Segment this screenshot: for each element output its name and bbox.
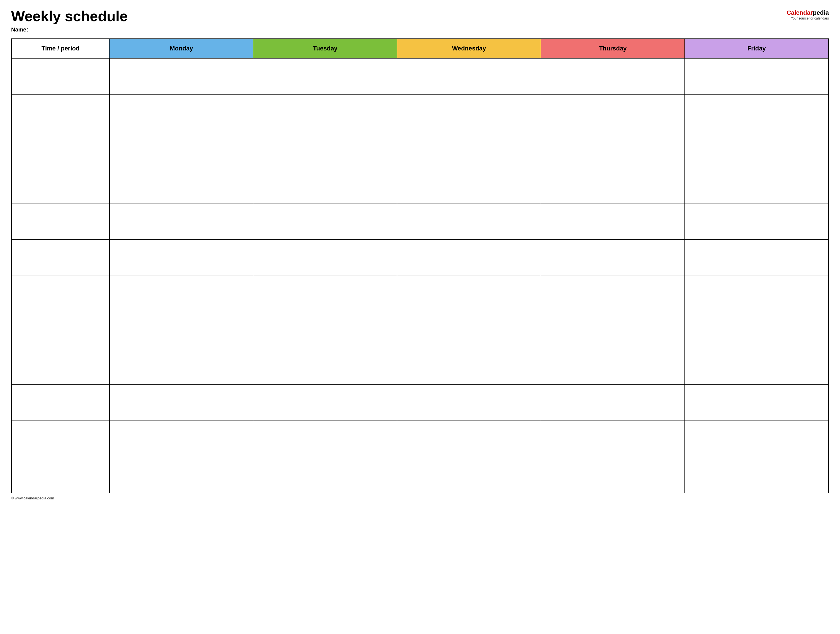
time-cell[interactable] xyxy=(11,457,109,493)
schedule-cell[interactable] xyxy=(109,457,253,493)
schedule-cell[interactable] xyxy=(685,348,829,384)
schedule-cell[interactable] xyxy=(541,312,685,348)
logo-tagline: Your source for calendars xyxy=(791,16,829,21)
table-row xyxy=(11,167,829,203)
logo-text: Calendarpedia xyxy=(786,10,829,16)
logo-calendar: Calendar xyxy=(786,9,813,16)
schedule-table: Time / period Monday Tuesday Wednesday T… xyxy=(11,38,829,493)
table-row xyxy=(11,131,829,167)
schedule-cell[interactable] xyxy=(109,312,253,348)
logo-pedia: pedia xyxy=(813,9,829,16)
table-row xyxy=(11,276,829,312)
schedule-cell[interactable] xyxy=(253,457,397,493)
schedule-cell[interactable] xyxy=(685,384,829,421)
table-row xyxy=(11,203,829,240)
schedule-cell[interactable] xyxy=(685,167,829,203)
schedule-cell[interactable] xyxy=(541,240,685,276)
header-time: Time / period xyxy=(11,39,109,58)
schedule-cell[interactable] xyxy=(253,276,397,312)
schedule-cell[interactable] xyxy=(397,203,541,240)
time-cell[interactable] xyxy=(11,240,109,276)
schedule-cell[interactable] xyxy=(109,276,253,312)
time-cell[interactable] xyxy=(11,312,109,348)
schedule-cell[interactable] xyxy=(109,58,253,95)
table-row xyxy=(11,95,829,131)
schedule-cell[interactable] xyxy=(685,276,829,312)
header-area: Weekly schedule Name: Calendarpedia Your… xyxy=(11,8,829,33)
schedule-cell[interactable] xyxy=(541,58,685,95)
schedule-cell[interactable] xyxy=(253,131,397,167)
schedule-cell[interactable] xyxy=(253,312,397,348)
schedule-cell[interactable] xyxy=(397,276,541,312)
schedule-cell[interactable] xyxy=(685,131,829,167)
time-cell[interactable] xyxy=(11,95,109,131)
header-tuesday: Tuesday xyxy=(253,39,397,58)
schedule-cell[interactable] xyxy=(397,240,541,276)
schedule-cell[interactable] xyxy=(397,421,541,457)
schedule-cell[interactable] xyxy=(253,384,397,421)
schedule-cell[interactable] xyxy=(253,167,397,203)
schedule-cell[interactable] xyxy=(397,312,541,348)
schedule-cell[interactable] xyxy=(541,276,685,312)
schedule-cell[interactable] xyxy=(685,457,829,493)
time-cell[interactable] xyxy=(11,131,109,167)
header-wednesday: Wednesday xyxy=(397,39,541,58)
schedule-cell[interactable] xyxy=(109,95,253,131)
table-row xyxy=(11,312,829,348)
schedule-cell[interactable] xyxy=(397,95,541,131)
time-cell[interactable] xyxy=(11,276,109,312)
schedule-cell[interactable] xyxy=(109,421,253,457)
schedule-cell[interactable] xyxy=(685,240,829,276)
schedule-cell[interactable] xyxy=(109,384,253,421)
time-cell[interactable] xyxy=(11,348,109,384)
schedule-cell[interactable] xyxy=(685,312,829,348)
title-section: Weekly schedule Name: xyxy=(11,8,128,33)
time-cell[interactable] xyxy=(11,203,109,240)
schedule-cell[interactable] xyxy=(685,95,829,131)
schedule-cell[interactable] xyxy=(397,58,541,95)
time-cell[interactable] xyxy=(11,58,109,95)
logo-section: Calendarpedia Your source for calendars xyxy=(786,8,829,21)
schedule-cell[interactable] xyxy=(397,131,541,167)
schedule-cell[interactable] xyxy=(541,421,685,457)
schedule-cell[interactable] xyxy=(541,95,685,131)
name-label: Name: xyxy=(11,27,128,33)
schedule-cell[interactable] xyxy=(541,203,685,240)
schedule-cell[interactable] xyxy=(253,348,397,384)
schedule-cell[interactable] xyxy=(253,95,397,131)
schedule-cell[interactable] xyxy=(541,131,685,167)
footer-url: © www.calendarpedia.com xyxy=(11,496,54,500)
time-cell[interactable] xyxy=(11,167,109,203)
table-row xyxy=(11,457,829,493)
schedule-cell[interactable] xyxy=(397,457,541,493)
schedule-cell[interactable] xyxy=(109,167,253,203)
header-friday: Friday xyxy=(685,39,829,58)
table-row xyxy=(11,58,829,95)
header-row: Time / period Monday Tuesday Wednesday T… xyxy=(11,39,829,58)
schedule-cell[interactable] xyxy=(109,348,253,384)
schedule-cell[interactable] xyxy=(685,203,829,240)
schedule-cell[interactable] xyxy=(109,240,253,276)
schedule-cell[interactable] xyxy=(541,384,685,421)
time-cell[interactable] xyxy=(11,421,109,457)
schedule-cell[interactable] xyxy=(253,240,397,276)
schedule-cell[interactable] xyxy=(541,167,685,203)
schedule-cell[interactable] xyxy=(253,58,397,95)
schedule-cell[interactable] xyxy=(253,203,397,240)
time-cell[interactable] xyxy=(11,384,109,421)
footer: © www.calendarpedia.com xyxy=(11,496,829,500)
schedule-cell[interactable] xyxy=(397,384,541,421)
schedule-cell[interactable] xyxy=(109,131,253,167)
table-row xyxy=(11,240,829,276)
page-title: Weekly schedule xyxy=(11,8,128,24)
schedule-cell[interactable] xyxy=(253,421,397,457)
schedule-cell[interactable] xyxy=(685,58,829,95)
schedule-cell[interactable] xyxy=(685,421,829,457)
schedule-cell[interactable] xyxy=(397,167,541,203)
schedule-cell[interactable] xyxy=(541,457,685,493)
schedule-cell[interactable] xyxy=(397,348,541,384)
schedule-cell[interactable] xyxy=(541,348,685,384)
schedule-cell[interactable] xyxy=(109,203,253,240)
header-monday: Monday xyxy=(109,39,253,58)
table-row xyxy=(11,421,829,457)
